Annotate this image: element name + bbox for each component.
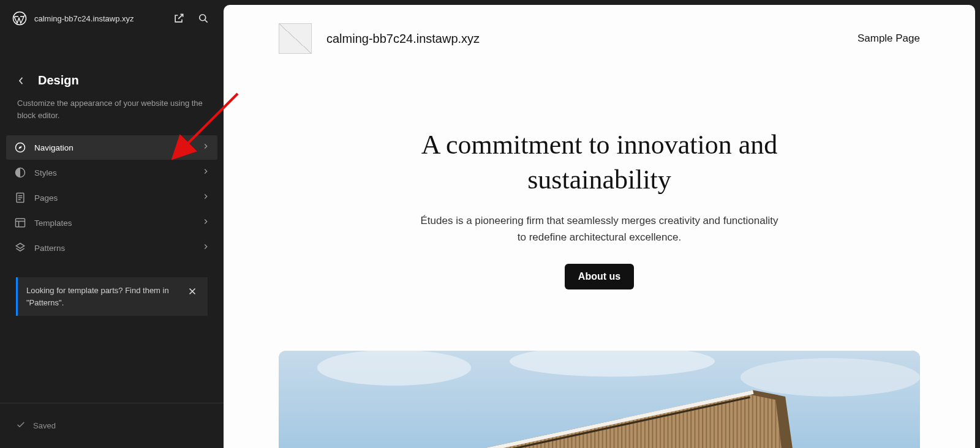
chevron-right-icon: [202, 192, 210, 203]
chevron-right-icon: [202, 217, 210, 228]
page-icon: [13, 191, 27, 204]
preview-hero-subtitle[interactable]: Études is a pioneering firm that seamles…: [416, 213, 783, 245]
compass-icon: [13, 141, 27, 154]
check-icon: [16, 420, 26, 431]
panel-title: Design: [38, 73, 79, 88]
preview-nav-link-sample-page[interactable]: Sample Page: [858, 32, 920, 45]
preview-site-title[interactable]: calming-bb7c24.instawp.xyz: [326, 32, 843, 46]
nav-item-styles[interactable]: Styles: [6, 160, 217, 185]
preview-hero: A commitment to innovation and sustainab…: [224, 54, 975, 314]
panel-description: Customize the appearance of your website…: [0, 91, 224, 133]
chevron-right-icon: [202, 242, 210, 253]
nav-item-label: Pages: [34, 193, 194, 203]
svg-point-12: [741, 358, 920, 397]
nav-item-patterns[interactable]: Patterns: [6, 236, 217, 260]
sidebar-footer: Saved: [0, 403, 224, 448]
preview-hero-title[interactable]: A commitment to innovation and sustainab…: [379, 127, 820, 197]
nav-item-label: Templates: [34, 218, 194, 228]
nav-item-label: Styles: [34, 168, 194, 177]
svg-point-1: [200, 15, 206, 21]
svg-point-10: [317, 351, 471, 386]
layout-icon: [13, 216, 27, 230]
nav-item-label: Patterns: [34, 244, 194, 253]
notice-dismiss-button[interactable]: [186, 285, 199, 298]
chevron-right-icon: [202, 142, 210, 153]
styles-icon: [13, 166, 27, 179]
design-nav-list: Navigation Styles: [0, 133, 224, 263]
preview-site-logo[interactable]: [279, 23, 312, 54]
back-button[interactable]: [15, 74, 28, 88]
wordpress-logo-icon[interactable]: [11, 10, 28, 27]
command-palette-button[interactable]: [194, 9, 213, 28]
nav-item-navigation[interactable]: Navigation: [6, 135, 217, 160]
site-preview-wrap: calming-bb7c24.instawp.xyz Sample Page A…: [224, 0, 980, 448]
site-preview-scroll[interactable]: calming-bb7c24.instawp.xyz Sample Page A…: [224, 5, 975, 448]
preview-about-us-button[interactable]: About us: [565, 264, 634, 289]
design-header: Design: [0, 67, 224, 91]
site-name[interactable]: calming-bb7c24.instawp.xyz: [34, 14, 164, 23]
save-status: Saved: [33, 421, 56, 430]
chevron-right-icon: [202, 167, 210, 178]
site-preview-canvas[interactable]: calming-bb7c24.instawp.xyz Sample Page A…: [224, 5, 975, 448]
template-parts-notice: Looking for template parts? Find them in…: [16, 277, 208, 316]
nav-item-label: Navigation: [34, 143, 194, 152]
preview-site-header: calming-bb7c24.instawp.xyz Sample Page: [224, 5, 975, 54]
nav-item-templates[interactable]: Templates: [6, 211, 217, 235]
editor-sidebar: calming-bb7c24.instawp.xyz Design: [0, 0, 224, 448]
preview-hero-image[interactable]: [279, 351, 920, 448]
view-site-button[interactable]: [170, 9, 188, 28]
notice-text: Looking for template parts? Find them in…: [26, 285, 179, 308]
sidebar-topbar: calming-bb7c24.instawp.xyz: [0, 0, 224, 37]
nav-item-pages[interactable]: Pages: [6, 185, 217, 210]
svg-rect-5: [16, 219, 25, 227]
patterns-icon: [13, 241, 27, 255]
